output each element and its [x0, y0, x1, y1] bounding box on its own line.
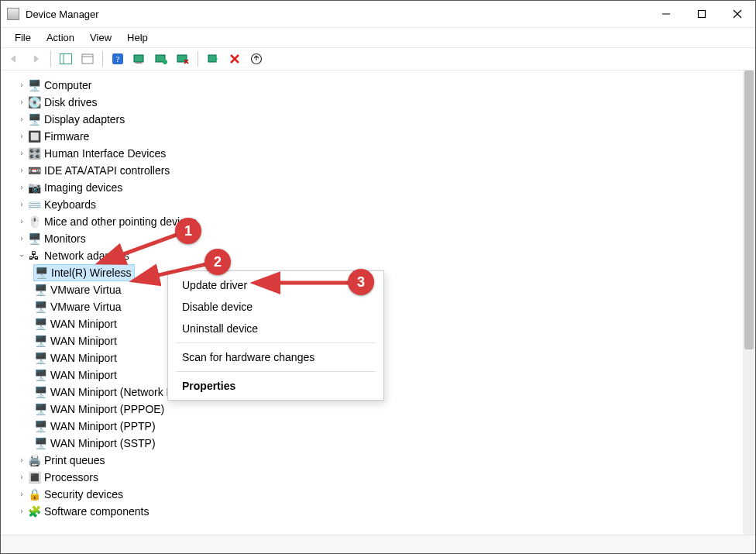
annotation-badge-2: 2: [204, 249, 231, 275]
tree-node-ide[interactable]: ›📼IDE ATA/ATAPI controllers: [16, 162, 755, 179]
tree-label: Computer: [44, 77, 91, 94]
tree-node-adapter[interactable]: 🖥️WAN Miniport (SSTP): [33, 435, 755, 452]
tree-node-adapter[interactable]: 🖥️VMware Virtua: [33, 298, 755, 315]
tree-label: Disk drives: [44, 94, 97, 111]
tree-node-adapter[interactable]: 🖥️WAN Miniport: [33, 366, 755, 384]
chevron-right-icon: ›: [16, 213, 27, 230]
tree-label: Software components: [44, 503, 149, 520]
tree-node-software-components[interactable]: ›🧩Software components: [16, 503, 755, 520]
menu-view[interactable]: View: [82, 29, 119, 46]
tree-node-keyboards[interactable]: ›⌨️Keyboards: [16, 196, 755, 213]
annotation-badge-3: 3: [348, 269, 374, 295]
mouse-icon: 🖱️: [27, 215, 41, 228]
svg-rect-1: [699, 11, 706, 18]
tree-label: Display adapters: [44, 111, 125, 128]
tree-label: WAN Miniport: [50, 349, 117, 366]
forward-button[interactable]: [27, 50, 44, 67]
tree-node-adapter[interactable]: 🖥️WAN Miniport (PPTP): [33, 418, 755, 435]
disk-icon: 💽: [27, 96, 41, 108]
tree-label: Network adapters: [44, 247, 129, 264]
tree-label: VMware Virtua: [50, 281, 122, 298]
adapter-icon: 🖥️: [33, 318, 47, 330]
tree-node-intel-wireless[interactable]: 🖥️Intel(R) Wireless: [33, 264, 135, 281]
imaging-icon: 📷: [27, 181, 41, 194]
scan-hardware-icon[interactable]: [131, 50, 148, 67]
tree-label: WAN Miniport: [50, 366, 117, 384]
chevron-right-icon: ›: [16, 179, 27, 196]
chevron-right-icon: ›: [16, 145, 27, 162]
menu-help[interactable]: Help: [119, 29, 156, 46]
svg-text:?: ?: [116, 54, 120, 64]
help-tool-icon[interactable]: ?: [109, 50, 126, 67]
tree-node-adapter[interactable]: 🖥️WAN Miniport: [33, 315, 755, 332]
disable-device-icon[interactable]: [174, 50, 191, 67]
tree-node-display-adapters[interactable]: ›🖥️Display adapters: [16, 111, 755, 128]
adapter-icon: 🖥️: [33, 403, 47, 415]
chevron-right-icon: ›: [16, 111, 27, 128]
tree-node-network-adapters[interactable]: ›🖧Network adapters: [16, 247, 755, 264]
properties-tool-icon[interactable]: [79, 50, 96, 67]
menu-file[interactable]: File: [7, 29, 39, 46]
tree-node-monitors[interactable]: ›🖥️Monitors: [16, 230, 755, 247]
toolbar-separator: [102, 51, 103, 67]
computer-icon: 🖥️: [27, 79, 41, 91]
tree-label: Intel(R) Wireless: [51, 264, 131, 281]
tree-node-computer[interactable]: ›🖥️Computer: [16, 77, 755, 94]
maximize-button[interactable]: [684, 2, 720, 26]
update-driver-icon[interactable]: [153, 50, 170, 67]
tree-label: Monitors: [44, 230, 86, 247]
tree-node-adapter[interactable]: 🖥️WAN Miniport (PPPOE): [33, 401, 755, 418]
device-manager-window: Device Manager File Action View Help ?: [0, 0, 756, 554]
adapter-icon: 🖥️: [33, 352, 47, 364]
context-disable-device[interactable]: Disable device: [168, 296, 383, 318]
scrollbar-thumb[interactable]: [744, 71, 754, 349]
toolbar-separator: [198, 51, 198, 67]
chevron-right-icon: ›: [16, 469, 27, 486]
tree-node-imaging[interactable]: ›📷Imaging devices: [16, 179, 755, 196]
tree-node-adapter[interactable]: 🖥️WAN Miniport: [33, 349, 755, 366]
add-legacy-hardware-icon[interactable]: [248, 50, 265, 67]
tree-node-adapter[interactable]: 🖥️WAN Miniport: [33, 332, 755, 349]
tree-node-firmware[interactable]: ›🔲Firmware: [16, 128, 755, 145]
tree-node-mice[interactable]: ›🖱️Mice and other pointing devices: [16, 213, 755, 230]
menu-action[interactable]: Action: [39, 29, 82, 46]
titlebar: Device Manager: [1, 1, 755, 27]
tree-label: Imaging devices: [44, 179, 122, 196]
show-hide-console-tree-icon[interactable]: [57, 50, 74, 67]
tree-label: WAN Miniport (PPPOE): [50, 401, 164, 418]
vertical-scrollbar[interactable]: [743, 71, 755, 535]
tree-node-security-devices[interactable]: ›🔒Security devices: [16, 486, 755, 503]
context-uninstall-device[interactable]: Uninstall device: [168, 318, 383, 339]
close-button[interactable]: [720, 2, 755, 26]
tree-node-adapter[interactable]: 🖥️VMware Virtua: [33, 281, 755, 298]
svg-rect-6: [82, 54, 93, 64]
tree-label: WAN Miniport (PPTP): [50, 418, 156, 435]
back-button[interactable]: [5, 50, 22, 67]
chevron-right-icon: ›: [16, 452, 27, 469]
svg-point-13: [163, 60, 167, 64]
tree-node-adapter[interactable]: 🖥️WAN Miniport (Network Monitor): [33, 384, 755, 401]
enable-device-icon[interactable]: [204, 50, 222, 67]
tree-node-print-queues[interactable]: ›🖨️Print queues: [16, 452, 755, 469]
tree-node-hid[interactable]: ›🎛️Human Interface Devices: [16, 145, 755, 162]
tree-label: Print queues: [44, 452, 105, 469]
adapter-icon: 🖥️: [33, 284, 47, 296]
context-properties[interactable]: Properties: [168, 375, 383, 397]
tree-node-disk-drives[interactable]: ›💽Disk drives: [16, 94, 755, 111]
chevron-right-icon: ›: [16, 503, 27, 520]
cpu-icon: 🔳: [27, 471, 41, 483]
tree-label: Security devices: [44, 486, 123, 503]
software-icon: 🧩: [27, 505, 41, 518]
tree-node-processors[interactable]: ›🔳Processors: [16, 469, 755, 486]
window-controls: [648, 2, 755, 26]
adapter-icon: 🖥️: [33, 301, 47, 313]
tree-label: WAN Miniport: [50, 315, 117, 332]
chevron-right-icon: ›: [16, 230, 27, 247]
app-icon: [7, 8, 19, 20]
svg-rect-11: [136, 62, 142, 64]
monitor-icon: 🖥️: [27, 232, 41, 245]
minimize-button[interactable]: [648, 2, 684, 26]
tree-label: Keyboards: [44, 196, 96, 213]
context-scan-hardware[interactable]: Scan for hardware changes: [168, 346, 383, 368]
uninstall-device-icon[interactable]: [226, 50, 243, 67]
